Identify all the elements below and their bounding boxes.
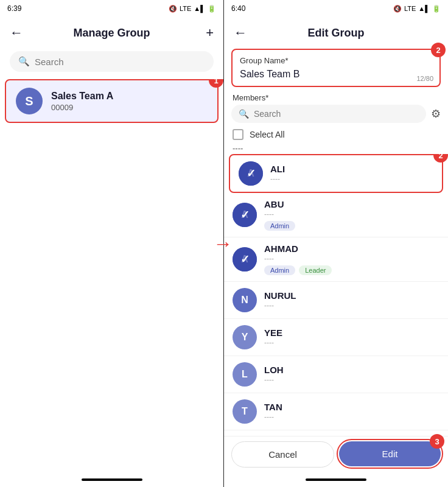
search-icon-members: 🔍	[239, 109, 249, 119]
member-info-ali: ALI ----	[270, 164, 433, 183]
member-name-ali: ALI	[270, 164, 433, 174]
member-sub-ahmad: ----	[264, 254, 439, 263]
signal-icon-right: ▲▌	[418, 5, 430, 12]
member-sub-nurul: ----	[264, 301, 439, 310]
add-button-left[interactable]: +	[206, 25, 214, 41]
checkmark-ali: ✓	[247, 167, 256, 180]
time-right: 6:40	[231, 4, 245, 13]
lte-icon-right: LTE	[404, 5, 416, 12]
group-item-sales-team-a[interactable]: S Sales Team A 00009 1	[5, 79, 219, 123]
bottom-bar-right	[224, 472, 448, 487]
back-button-left[interactable]: ←	[10, 25, 23, 41]
member-sub-ali: ----	[270, 175, 433, 183]
group-list: S Sales Team A 00009 1	[0, 79, 223, 472]
members-search-input[interactable]	[254, 109, 419, 119]
checkmark-ahmad: ✓	[240, 253, 250, 266]
mute-icon-right: 🔇	[393, 5, 402, 13]
check-overlay-ahmad: ✓	[233, 247, 257, 272]
tag-admin-ahmad: Admin	[264, 265, 295, 275]
left-search-bar: 🔍	[10, 51, 214, 72]
left-header: ← Manage Group +	[0, 17, 223, 49]
member-sub-loh: ----	[264, 376, 439, 384]
bottom-actions: Cancel Edit 3	[224, 436, 448, 472]
members-search-bar: 🔍	[231, 105, 426, 123]
member-sub-tan: ----	[264, 413, 439, 421]
home-indicator-left	[82, 478, 142, 481]
check-overlay-abu: ✓	[233, 203, 257, 227]
group-avatar: S	[16, 88, 43, 114]
tags-ahmad: Admin Leader	[264, 265, 439, 275]
member-info-ahmad: AHMAD ---- Admin Leader	[264, 244, 439, 275]
member-avatar-nurul: N	[233, 288, 257, 312]
badge-2-group: 2	[431, 43, 446, 57]
group-info: Sales Team A 00009	[51, 91, 113, 112]
group-id-text: 00009	[51, 103, 113, 112]
filter-button[interactable]: ⚙	[431, 107, 441, 121]
badge-1: 1	[209, 79, 223, 88]
char-count: 12/80	[416, 75, 433, 82]
select-all-checkbox[interactable]	[233, 129, 243, 140]
member-info-yee: YEE ----	[264, 328, 439, 347]
member-name-yee: YEE	[264, 328, 439, 338]
transition-arrow: →	[213, 233, 233, 255]
edit-button[interactable]: Edit	[339, 441, 441, 466]
mute-icon-left: 🔇	[169, 5, 177, 13]
search-icon-left: 🔍	[18, 56, 30, 67]
signal-icon-left: ▲▌	[194, 5, 205, 12]
member-name-nurul: NURUL	[264, 290, 439, 301]
divider-label: ----	[233, 144, 439, 153]
badge-2-members: 2	[433, 154, 448, 163]
member-item-tan[interactable]: T TAN ----	[224, 393, 448, 430]
left-search-input[interactable]	[35, 57, 205, 67]
status-bar-right: 6:40 🔇 LTE ▲▌ 🔋	[224, 0, 448, 17]
group-name-input[interactable]	[240, 69, 432, 80]
member-name-tan: TAN	[264, 402, 439, 412]
left-panel: 6:39 🔇 LTE ▲▌ 🔋 ← Manage Group + 🔍 S Sal…	[0, 0, 224, 487]
member-avatar-yee: Y	[233, 325, 257, 349]
tag-leader-ahmad: Leader	[299, 265, 332, 275]
member-avatar-tan: T	[233, 399, 257, 424]
left-title: Manage Group	[73, 27, 150, 40]
member-item-ali[interactable]: 2 A ✓ ALI ----	[229, 154, 443, 193]
member-avatar-loh: L	[233, 362, 257, 387]
badge-3: 3	[430, 434, 444, 449]
member-info-abu: ABU ---- Admin	[264, 199, 439, 231]
home-indicator-right	[306, 478, 366, 481]
member-item-nurul[interactable]: N NURUL ----	[224, 282, 448, 319]
members-section-label: Members*	[233, 93, 439, 102]
member-item-ahmad[interactable]: A ✓ AHMAD ---- Admin Leader	[224, 237, 448, 282]
members-search-row: 🔍 ⚙	[231, 105, 441, 123]
member-sub-yee: ----	[264, 338, 439, 347]
member-item-abu[interactable]: A ✓ ABU ---- Admin	[224, 193, 448, 237]
lte-icon-left: LTE	[180, 5, 191, 12]
checkmark-abu: ✓	[240, 208, 250, 222]
member-info-nurul: NURUL ----	[264, 290, 439, 310]
tags-abu: Admin	[264, 221, 439, 231]
right-panel: 6:40 🔇 LTE ▲▌ 🔋 ← Edit Group Group Name*…	[224, 0, 448, 487]
member-info-loh: LOH ----	[264, 365, 439, 384]
group-name-label: Group Name*	[240, 56, 432, 65]
bottom-bar-left	[0, 472, 223, 487]
member-avatar-abu: A ✓	[233, 203, 257, 227]
member-avatar-ali: A ✓	[239, 161, 263, 186]
time-left: 6:39	[7, 4, 21, 13]
back-button-right[interactable]: ←	[234, 25, 247, 41]
cancel-button[interactable]: Cancel	[231, 441, 334, 468]
member-name-loh: LOH	[264, 365, 439, 375]
select-all-row[interactable]: Select All	[224, 127, 448, 142]
check-overlay-ali: ✓	[239, 161, 263, 186]
tag-admin-abu: Admin	[264, 221, 295, 231]
select-all-label: Select All	[250, 130, 285, 139]
edit-button-wrap: Edit 3	[339, 441, 441, 468]
battery-icon-right: 🔋	[432, 5, 441, 13]
right-title: Edit Group	[308, 27, 365, 40]
member-name-ahmad: AHMAD	[264, 244, 439, 254]
group-name-section: Group Name* 12/80 2	[231, 49, 441, 87]
status-icons-right: 🔇 LTE ▲▌ 🔋	[393, 5, 441, 13]
member-info-tan: TAN ----	[264, 402, 439, 421]
right-header: ← Edit Group	[224, 17, 448, 49]
member-item-yee[interactable]: Y YEE ----	[224, 319, 448, 356]
member-avatar-ahmad: A ✓	[233, 247, 257, 272]
member-item-loh[interactable]: L LOH ----	[224, 356, 448, 393]
battery-icon-left: 🔋	[208, 5, 216, 13]
